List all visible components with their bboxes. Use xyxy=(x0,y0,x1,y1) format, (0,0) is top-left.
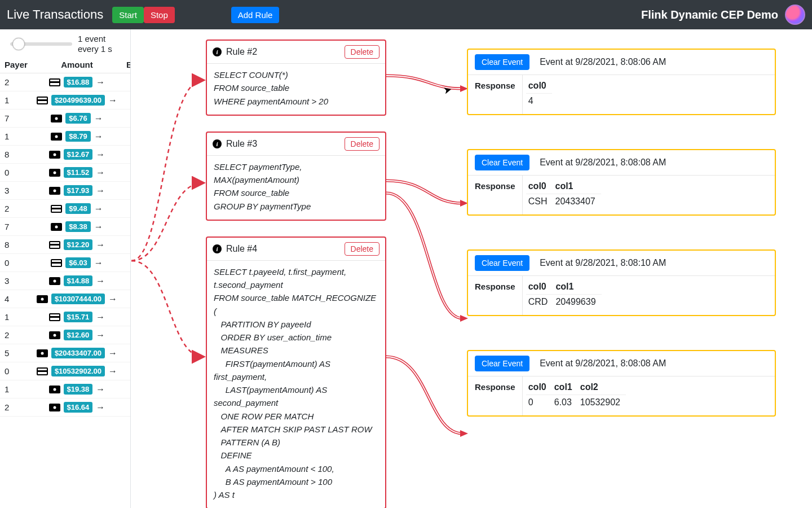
payer-cell: 7 xyxy=(0,110,32,128)
table-row: 3$17.93→9 xyxy=(0,182,131,200)
amount-badge: $15.71 xyxy=(64,312,93,322)
payer-cell: 1 xyxy=(0,308,32,326)
amount-badge: $8.38 xyxy=(65,221,91,232)
info-icon[interactable]: i xyxy=(213,244,222,253)
beneficiary-cell: 0 xyxy=(122,110,131,128)
beneficiary-cell: 8 xyxy=(122,308,131,326)
clear-event-button[interactable]: Clear Event xyxy=(475,255,529,271)
payer-cell: 2 xyxy=(0,398,32,417)
cash-icon xyxy=(49,169,60,177)
arrow-right-icon: → xyxy=(96,186,105,196)
payer-cell: 8 xyxy=(0,236,32,254)
delete-rule-button[interactable]: Delete xyxy=(345,45,379,59)
rule-sql: SELECT t.payeeId, t.first_payment, t.sec… xyxy=(207,261,385,508)
delete-rule-button[interactable]: Delete xyxy=(345,137,379,151)
credit-card-icon xyxy=(37,367,48,375)
amount-badge: $10532902.00 xyxy=(51,366,105,376)
event-card: Clear EventEvent at 9/28/2021, 8:08:08 A… xyxy=(467,350,776,417)
payer-cell: 1 xyxy=(0,128,32,146)
payer-cell: 0 xyxy=(0,362,32,380)
info-icon[interactable]: i xyxy=(213,47,222,56)
credit-card-icon xyxy=(51,205,62,213)
cash-icon xyxy=(49,331,60,339)
clear-event-button[interactable]: Clear Event xyxy=(475,356,529,371)
amount-badge: $17.93 xyxy=(64,185,93,196)
beneficiary-cell: 9 xyxy=(122,236,131,254)
beneficiary-cell: 0 xyxy=(122,380,131,398)
table-row: 2$12.60→0 xyxy=(0,326,131,344)
arrow-right-icon: → xyxy=(96,384,105,395)
table-row: 7$6.76→0 xyxy=(0,110,131,128)
rule-sql: SELECT COUNT(*) FROM source_table WHERE … xyxy=(207,64,385,115)
delete-rule-button[interactable]: Delete xyxy=(345,242,379,256)
event-timestamp: Event at 9/28/2021, 8:08:08 AM xyxy=(540,358,666,369)
table-row: 3$14.88→1 xyxy=(0,272,131,290)
beneficiary-cell: 8 xyxy=(122,73,131,91)
transactions-table: Payer Amount Beneficiary 2$16.88→81$2049… xyxy=(0,56,131,417)
payer-cell: 2 xyxy=(0,73,32,91)
event-rate-label: 1 event every 1 s xyxy=(78,34,112,54)
payer-cell: 1 xyxy=(0,380,32,398)
amount-badge: $14.88 xyxy=(64,275,93,286)
transactions-sidebar: 1 event every 1 s Payer Amount Beneficia… xyxy=(0,29,131,508)
arrow-right-icon: → xyxy=(94,204,103,214)
arrow-right-icon: → xyxy=(94,113,103,124)
cash-icon xyxy=(49,187,60,195)
stop-button[interactable]: Stop xyxy=(144,7,175,23)
table-row: 8$12.20→9 xyxy=(0,236,131,254)
response-table: col04 xyxy=(526,78,552,108)
start-button[interactable]: Start xyxy=(112,7,144,23)
response-label: Response xyxy=(468,276,523,315)
rule-title: Rule #2 xyxy=(226,47,340,57)
payer-cell: 5 xyxy=(0,344,32,362)
credit-card-icon xyxy=(49,241,60,249)
event-rate-slider[interactable] xyxy=(10,42,72,46)
arrow-right-icon: → xyxy=(96,312,105,322)
beneficiary-cell: 8 xyxy=(122,398,131,417)
payer-cell: 7 xyxy=(0,218,32,236)
add-rule-button[interactable]: Add Rule xyxy=(231,7,280,23)
event-card: Clear EventEvent at 9/28/2021, 8:08:06 A… xyxy=(467,49,776,115)
event-timestamp: Event at 9/28/2021, 8:08:08 AM xyxy=(540,157,666,168)
col-amount: Amount xyxy=(32,56,122,73)
cash-icon xyxy=(51,133,62,141)
clear-event-button[interactable]: Clear Event xyxy=(475,155,529,170)
beneficiary-cell: 5 xyxy=(122,200,131,218)
payer-cell: 0 xyxy=(0,164,32,182)
table-row: 5$20433407.00→4 xyxy=(0,344,131,362)
table-row: 1$19.38→0 xyxy=(0,380,131,398)
cash-icon xyxy=(49,277,60,285)
info-icon[interactable]: i xyxy=(213,139,222,148)
payer-cell: 1 xyxy=(0,91,32,110)
cash-icon xyxy=(49,386,60,393)
table-row: 0$6.03→8 xyxy=(0,254,131,272)
credit-card-icon xyxy=(49,313,60,321)
beneficiary-cell: 3 xyxy=(122,290,131,308)
arrow-right-icon: → xyxy=(96,240,105,250)
beneficiary-cell: 5 xyxy=(122,218,131,236)
beneficiary-cell: 0 xyxy=(122,326,131,344)
flink-logo-icon xyxy=(785,5,805,25)
beneficiary-cell: 3 xyxy=(122,91,131,110)
table-row: 8$12.67→0 xyxy=(0,146,131,164)
table-row: 1$8.79→5 xyxy=(0,128,131,146)
amount-badge: $12.67 xyxy=(64,149,93,160)
amount-badge: $20433407.00 xyxy=(51,348,105,358)
response-table: col0col1CSH20433407 xyxy=(526,179,601,209)
event-timestamp: Event at 9/28/2021, 8:08:10 AM xyxy=(540,258,666,268)
cash-icon xyxy=(51,115,62,122)
mouse-cursor-icon: ➤ xyxy=(442,82,453,97)
credit-card-icon xyxy=(37,97,48,104)
col-payer: Payer xyxy=(0,56,32,73)
amount-badge: $8.79 xyxy=(65,131,91,142)
arrow-right-icon: → xyxy=(94,222,103,232)
col-beneficiary: Beneficiary xyxy=(122,56,131,73)
beneficiary-cell: 5 xyxy=(122,128,131,146)
arrow-right-icon: → xyxy=(94,258,103,268)
rule-card: iRule #2DeleteSELECT COUNT(*) FROM sourc… xyxy=(206,40,386,116)
rule-sql: SELECT paymentType, MAX(paymentAmount) F… xyxy=(207,156,385,220)
amount-badge: $20499639.00 xyxy=(51,95,105,106)
clear-event-button[interactable]: Clear Event xyxy=(475,54,529,70)
table-row: 0$10532902.00→5 xyxy=(0,362,131,380)
credit-card-icon xyxy=(51,259,62,267)
